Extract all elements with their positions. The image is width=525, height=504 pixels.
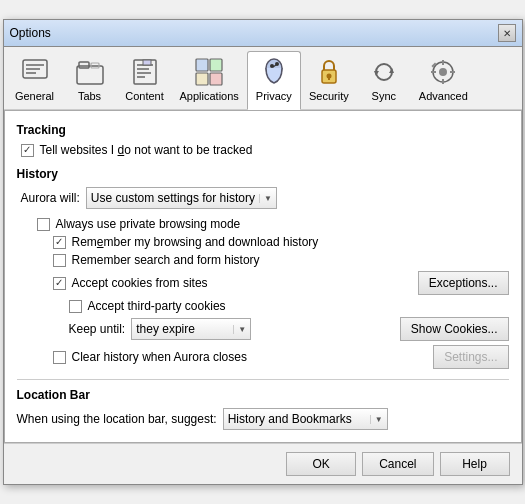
accept-cookies-row: Accept cookies from sites Exceptions... [17,271,509,295]
tracking-checkbox[interactable] [21,144,34,157]
tab-content[interactable]: Content [118,51,172,109]
tab-security[interactable]: Security [302,51,356,109]
keep-until-row: Keep until: they expire ▼ Show Cookies..… [17,317,509,341]
tracking-section-title: Tracking [17,123,509,137]
svg-rect-14 [210,59,222,71]
tab-applications[interactable]: Applications [173,51,246,109]
tracking-row: Tell websites I do not want to be tracke… [17,143,509,157]
svg-rect-11 [137,76,145,78]
history-mode-arrow: ▼ [259,194,272,203]
location-suggest-arrow: ▼ [370,415,383,424]
svg-rect-12 [143,60,151,65]
remember-search-checkbox[interactable] [53,254,66,267]
tab-security-label: Security [309,90,349,102]
tab-tabs-label: Tabs [78,90,101,102]
third-party-checkbox[interactable] [69,300,82,313]
tab-privacy-label: Privacy [256,90,292,102]
exceptions-button[interactable]: Exceptions... [418,271,509,295]
close-button[interactable]: ✕ [498,24,516,42]
private-browsing-row: Always use private browsing mode [17,217,509,231]
location-suggest-value: History and Bookmarks [228,412,370,426]
show-cookies-button[interactable]: Show Cookies... [400,317,509,341]
window-title: Options [10,26,51,40]
tab-privacy[interactable]: Privacy [247,51,301,110]
sync-icon [368,56,400,88]
tab-general-label: General [15,90,54,102]
bottom-bar: OK Cancel Help [4,443,522,484]
accept-cookies-label: Accept cookies from sites [72,276,208,290]
settings-button[interactable]: Settings... [433,345,508,369]
tracking-label: Tell websites I do not want to be tracke… [40,143,253,157]
general-icon [19,56,51,88]
private-browsing-checkbox[interactable] [37,218,50,231]
tab-sync[interactable]: Sync [357,51,411,109]
third-party-row: Accept third-party cookies [17,299,509,313]
content-icon [129,56,161,88]
tab-sync-label: Sync [372,90,396,102]
aurora-will-label: Aurora will: [21,191,80,205]
main-content: Tracking Tell websites I do not want to … [4,110,522,443]
options-window: Options ✕ General [3,19,523,485]
title-bar: Options ✕ [4,20,522,47]
svg-rect-29 [442,79,444,84]
help-button[interactable]: Help [440,452,510,476]
remember-browsing-label: Remember my browsing and download histor… [72,235,319,249]
location-suggest-dropdown[interactable]: History and Bookmarks ▼ [223,408,388,430]
tab-advanced[interactable]: Advanced [412,51,475,109]
keep-until-label: Keep until: [69,322,126,336]
svg-rect-30 [431,71,436,73]
svg-rect-15 [196,73,208,85]
clear-history-label: Clear history when Aurora closes [72,350,247,364]
keep-until-dropdown[interactable]: they expire ▼ [131,318,251,340]
security-icon [313,56,345,88]
clear-history-left: Clear history when Aurora closes [53,350,247,364]
private-browsing-label: Always use private browsing mode [56,217,241,231]
svg-rect-28 [442,60,444,65]
tab-toolbar: General Tabs [4,47,522,110]
location-bar-label: When using the location bar, suggest: [17,412,217,426]
third-party-label: Accept third-party cookies [88,299,226,313]
location-bar-row: When using the location bar, suggest: Hi… [17,408,509,430]
remember-browsing-checkbox[interactable] [53,236,66,249]
svg-rect-3 [26,72,36,74]
svg-rect-9 [137,68,149,70]
svg-rect-31 [450,71,455,73]
history-mode-dropdown[interactable]: Use custom settings for history ▼ [86,187,277,209]
clear-history-row: Clear history when Aurora closes Setting… [17,345,509,369]
keep-until-left: Keep until: they expire ▼ [69,318,252,340]
tab-applications-label: Applications [180,90,239,102]
ok-button[interactable]: OK [286,452,356,476]
svg-rect-2 [26,68,40,70]
remember-search-label: Remember search and form history [72,253,260,267]
tab-general[interactable]: General [8,51,62,109]
tab-advanced-label: Advanced [419,90,468,102]
history-section-title: History [17,167,509,181]
tab-content-label: Content [125,90,164,102]
svg-rect-5 [79,62,89,68]
svg-rect-23 [328,76,330,80]
tabs-icon [74,56,106,88]
svg-rect-1 [26,64,44,66]
svg-point-27 [439,68,447,76]
svg-rect-13 [196,59,208,71]
keep-until-value: they expire [136,322,233,336]
remember-search-row: Remember search and form history [17,253,509,267]
location-bar-section-title: Location Bar [17,379,509,402]
clear-history-checkbox[interactable] [53,351,66,364]
accept-cookies-checkbox[interactable] [53,277,66,290]
history-aurora-will-row: Aurora will: Use custom settings for his… [17,187,509,209]
cancel-button[interactable]: Cancel [362,452,433,476]
privacy-icon [258,56,290,88]
svg-rect-16 [210,73,222,85]
keep-until-arrow: ▼ [233,325,246,334]
advanced-icon [427,56,459,88]
history-mode-value: Use custom settings for history [91,191,259,205]
applications-icon [193,56,225,88]
remember-browsing-row: Remember my browsing and download histor… [17,235,509,249]
tab-tabs[interactable]: Tabs [63,51,117,109]
svg-rect-10 [137,72,151,74]
